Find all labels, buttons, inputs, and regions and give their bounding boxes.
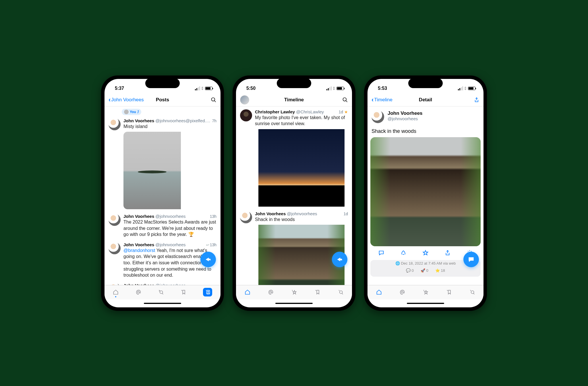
search-button[interactable] (205, 97, 216, 103)
svg-point-3 (160, 291, 163, 294)
detail-image[interactable] (370, 137, 481, 246)
post-image[interactable] (255, 129, 348, 207)
you-badge-label: You (130, 110, 136, 114)
tab-mentions[interactable] (268, 289, 274, 295)
dynamic-island (277, 78, 311, 88)
home-indicator[interactable] (368, 299, 483, 307)
tab-bookmarks[interactable] (180, 289, 186, 295)
reply-thread-icon: ↩︎ (206, 243, 209, 247)
compose-fab[interactable] (332, 252, 347, 267)
stat-favorites[interactable]: ⭐ 18 (435, 268, 445, 273)
dynamic-island (145, 78, 180, 88)
avatar[interactable] (240, 211, 252, 223)
share-button[interactable] (468, 97, 479, 103)
tab-search[interactable] (338, 289, 343, 295)
home-indicator[interactable] (236, 299, 352, 307)
post-author: Christopher Lawley (255, 109, 295, 114)
compose-fab[interactable] (200, 252, 216, 267)
nav-title: Timeline (284, 97, 304, 103)
tab-home[interactable] (376, 289, 382, 295)
svg-line-11 (342, 293, 343, 294)
stat-replies[interactable]: 💬 0 (406, 268, 414, 273)
chevron-left-icon: ‹ (109, 96, 111, 104)
post-text: Misty island (123, 123, 216, 130)
avatar[interactable] (109, 283, 121, 285)
reply-icon (378, 250, 384, 256)
post-time: 1d ★ (339, 110, 348, 114)
boost-button[interactable] (400, 250, 407, 257)
post-handle: @johnvoorhees (155, 283, 216, 285)
feed[interactable]: Christopher Lawley @ChrisLawley 1d ★ My … (236, 106, 352, 285)
reply-fab[interactable] (463, 252, 479, 267)
wifi-icon: 􀙇 (333, 86, 335, 91)
share-button[interactable] (444, 250, 451, 257)
tab-bar (368, 285, 483, 299)
account-avatar-button[interactable] (240, 95, 269, 104)
detail-content[interactable]: John Voorhees @johnvoorhees Shack in the… (368, 106, 483, 285)
post-text: The 2022 MacStories Selects Awards are j… (123, 219, 216, 238)
boost-icon (400, 250, 407, 256)
post-time: 7h (212, 119, 216, 123)
svg-point-13 (401, 291, 403, 293)
search-icon (211, 97, 216, 103)
feed-item[interactable]: John Voorhees @johnvoorhees @matthewcass… (105, 280, 220, 285)
post-time: ↩︎13h (206, 243, 216, 247)
bookmark-icon (314, 289, 320, 295)
signal-icon (458, 86, 463, 90)
detail-author[interactable]: John Voorhees @johnvoorhees (368, 106, 483, 127)
feed-item[interactable]: John Voorhees @johnvoorhees@pixelfed.so…… (105, 115, 220, 211)
bookmark-icon (446, 289, 452, 295)
nav-bar: ‹ Timeline Detail (368, 94, 483, 106)
post-author: John Voorhees (123, 214, 154, 219)
search-button[interactable] (336, 97, 348, 103)
back-label: Timeline (374, 97, 392, 103)
back-button[interactable]: ‹ John Voorhees (109, 96, 144, 104)
post-handle: @johnvoorhees (155, 214, 208, 219)
home-indicator[interactable] (105, 299, 220, 307)
post-handle: @johnvoorhees (155, 242, 205, 247)
tab-bookmarks[interactable] (446, 289, 452, 295)
tab-favorites[interactable] (423, 289, 428, 295)
tab-mentions[interactable] (399, 289, 405, 295)
favorite-button[interactable] (422, 250, 429, 257)
nav-title: Posts (156, 97, 169, 103)
tab-profile[interactable] (203, 288, 212, 296)
avatar[interactable] (372, 110, 384, 123)
post-handle: @johnvoorhees (287, 211, 342, 216)
feed[interactable]: You ⤴︎ John Voorhees @johnvoorhees@pixel… (105, 106, 220, 285)
avatar[interactable] (109, 242, 121, 254)
wifi-icon: 􀙇 (202, 86, 203, 91)
tab-favorites[interactable] (291, 289, 297, 295)
avatar[interactable] (109, 214, 121, 226)
post-time: 13h (210, 214, 216, 219)
tab-home[interactable] (113, 289, 119, 295)
feed-item[interactable]: John Voorhees @johnvoorhees 13h The 2022… (105, 211, 220, 239)
phone-2: 5:50 􀙇 Timeline Christopher Lawley (233, 75, 355, 311)
status-time: 5:50 (246, 86, 256, 91)
feed-item[interactable]: John Voorhees @johnvoorhees 1d Shack in … (236, 208, 352, 285)
search-icon (342, 97, 348, 103)
boost-icon: ⤴︎ (137, 110, 139, 114)
feed-item[interactable]: Christopher Lawley @ChrisLawley 1d ★ My … (236, 106, 352, 208)
stat-boosts[interactable]: 🚀 0 (421, 268, 428, 273)
post-handle: @ChrisLawley (296, 109, 337, 114)
nav-title: Detail (419, 97, 432, 103)
post-image[interactable] (123, 132, 216, 209)
at-icon (399, 289, 405, 295)
tab-search[interactable] (469, 289, 475, 295)
avatar[interactable] (109, 118, 121, 130)
tab-indicator-dot (115, 296, 116, 297)
post-author: John Voorhees (123, 242, 154, 247)
avatar[interactable] (240, 109, 252, 121)
status-time: 5:53 (378, 86, 387, 91)
home-icon (113, 289, 119, 295)
tab-bookmarks[interactable] (314, 289, 320, 295)
svg-point-6 (208, 291, 209, 292)
mention[interactable]: @brandonhorst (123, 248, 155, 253)
tab-home[interactable] (245, 289, 250, 295)
svg-line-15 (473, 293, 474, 294)
tab-search[interactable] (158, 289, 164, 295)
reply-button[interactable] (378, 250, 384, 257)
tab-mentions[interactable] (136, 289, 141, 295)
back-button[interactable]: ‹ Timeline (372, 96, 400, 104)
